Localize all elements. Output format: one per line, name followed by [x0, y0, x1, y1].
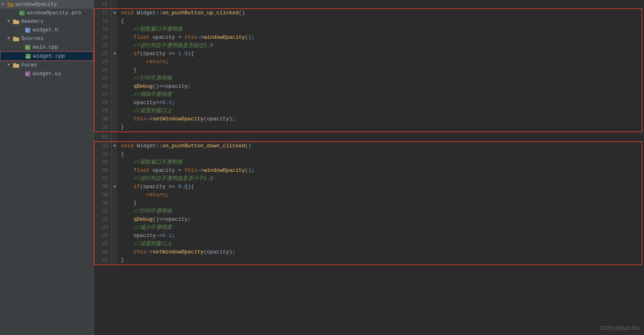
sidebar-item-widget-h[interactable]: ▶ h widget.h: [0, 26, 93, 34]
line-num-38: 38: [95, 183, 112, 191]
svg-rect-1: [7, 2, 10, 4]
line-content-32: [117, 133, 644, 141]
project-icon: [7, 2, 14, 7]
line-content-27: //增加不透明度: [118, 91, 642, 99]
sidebar-item-project[interactable]: ▼ windowOpacity: [0, 0, 93, 9]
svg-text:UI: UI: [26, 73, 28, 76]
sidebar-item-widget-cpp[interactable]: ▶ C++ widget.cpp: [0, 51, 93, 61]
widget-h-label: widget.h: [33, 27, 58, 33]
line-content-33: void Widget::on_pushButton_down_clicked(…: [118, 142, 642, 150]
gutter-36: [112, 166, 118, 175]
table-row: 32: [94, 133, 644, 141]
gutter-24: [112, 66, 118, 74]
line-num-32: 32: [94, 133, 111, 141]
headers-label: Headers: [21, 18, 44, 24]
line-content-31: }: [118, 123, 642, 131]
code-block-1: 17 ▼ void Widget::on_pushButton_up_click…: [94, 8, 642, 132]
line-content-40: }: [118, 199, 642, 207]
table-row: 33 ▼ void Widget::on_pushButton_down_cli…: [95, 142, 642, 150]
widget-cpp-icon: C++: [25, 53, 31, 59]
table-row: 38 ▼ if(opacity <= 0.0){: [95, 183, 642, 191]
forms-arrow: ▼: [7, 63, 12, 67]
line-content-20: float opacity = this->windowOpacity();: [118, 33, 642, 42]
gutter-20: [112, 33, 118, 42]
line-num-42: 42: [95, 215, 112, 224]
header-file-icon: h: [24, 27, 31, 33]
line-content-45: //设置到窗口上: [118, 240, 642, 248]
line-num-43: 43: [95, 224, 112, 232]
table-row: 34 {: [95, 150, 642, 158]
line-num-25: 25: [95, 74, 112, 82]
gutter-47: [112, 256, 118, 264]
line-content-38: if(opacity <= 0.0){: [118, 183, 642, 191]
line-content-18: {: [118, 17, 642, 25]
gutter-35: [112, 158, 118, 166]
line-num-18: 18: [95, 17, 112, 25]
widget-ui-icon: UI: [24, 71, 31, 77]
table-row: 44 opacity-=0.1;: [95, 232, 642, 240]
line-content-44: opacity-=0.1;: [118, 232, 642, 240]
gutter-22: ▼: [112, 50, 118, 58]
sidebar-item-pro-file[interactable]: ▶ P windowOpacity.pro: [0, 9, 93, 17]
line-content-25: //打印不透明值: [118, 74, 642, 82]
gutter-18: [112, 17, 118, 25]
svg-text:C++: C++: [25, 47, 29, 49]
line-content-36: float opacity = this->windowOpacity();: [118, 166, 642, 175]
line-num-26: 26: [95, 82, 112, 91]
table-row: 37 //进行判定不透明值是否小于1.0: [95, 175, 642, 183]
gutter-46: [112, 248, 118, 256]
svg-text:P: P: [20, 12, 22, 15]
sidebar-item-headers[interactable]: ▼ Headers: [0, 17, 93, 26]
line-content-21: //进行判定不透明值是否超过1.0: [118, 42, 642, 50]
gutter-42: [112, 215, 118, 224]
line-content-30: this->setWindowOpacity(opacity);: [118, 115, 642, 123]
line-content-23: return;: [118, 58, 642, 66]
line-num-45: 45: [95, 240, 112, 248]
table-row: 19 //获取窗口不透明值: [95, 25, 642, 33]
sidebar-item-widget-ui[interactable]: ▶ UI widget.ui: [0, 69, 93, 78]
pro-file-icon: P: [19, 10, 25, 16]
line-content-22: if(opacity >= 1.0){: [118, 50, 642, 58]
gutter-19: [112, 25, 118, 33]
gutter-21: [112, 42, 118, 50]
line-content-17: void Widget::on_pushButton_up_clicked(): [118, 9, 642, 17]
sidebar-item-main-cpp[interactable]: ▶ C++ main.cpp: [0, 43, 93, 51]
gutter-31: [112, 123, 118, 131]
main-cpp-icon: C++: [24, 44, 31, 50]
table-row: 47 }: [95, 256, 642, 264]
line-num-37: 37: [95, 175, 112, 183]
sidebar-item-sources[interactable]: ▼ Sources: [0, 34, 93, 43]
gutter-29: [112, 107, 118, 115]
svg-text:C++: C++: [26, 56, 29, 58]
gutter-32: [111, 133, 117, 141]
line-content-19: //获取窗口不透明值: [118, 25, 642, 33]
sources-label: Sources: [21, 35, 44, 42]
line-num-47: 47: [95, 256, 112, 264]
table-row: 39 return;: [95, 191, 642, 199]
sources-folder-icon: [13, 36, 20, 41]
svg-rect-8: [13, 38, 19, 41]
table-row: 24 }: [95, 66, 642, 74]
line-num-19: 19: [95, 25, 112, 33]
code-editor[interactable]: 16 17 ▼ void Widget::on_pushButton_up_cl…: [94, 0, 644, 335]
table-row: 27 //增加不透明度: [95, 91, 642, 99]
sidebar-item-forms[interactable]: ▼ Forms: [0, 61, 93, 69]
line-content-39: return;: [118, 191, 642, 199]
widget-cpp-label: widget.cpp: [33, 53, 65, 59]
svg-rect-9: [13, 37, 16, 38]
pro-file-label: windowOpacity.pro: [27, 10, 81, 16]
table-row: 42 qDebug()<<opacity;: [95, 215, 642, 224]
gutter-17: ▼: [112, 9, 118, 17]
table-row: 40 }: [95, 199, 642, 207]
code-container: 16 17 ▼ void Widget::on_pushButton_up_cl…: [94, 0, 644, 266]
gutter-45: [112, 240, 118, 248]
line-num-29: 29: [95, 107, 112, 115]
project-collapse-arrow: ▼: [2, 2, 7, 7]
table-row: 18 {: [95, 17, 642, 25]
gutter-28: [112, 99, 118, 107]
table-row: 45 //设置到窗口上: [95, 240, 642, 248]
line-content-41: //打印不透明值: [118, 207, 642, 215]
line-num-35: 35: [95, 158, 112, 166]
gutter-44: [112, 232, 118, 240]
forms-label: Forms: [21, 62, 37, 68]
